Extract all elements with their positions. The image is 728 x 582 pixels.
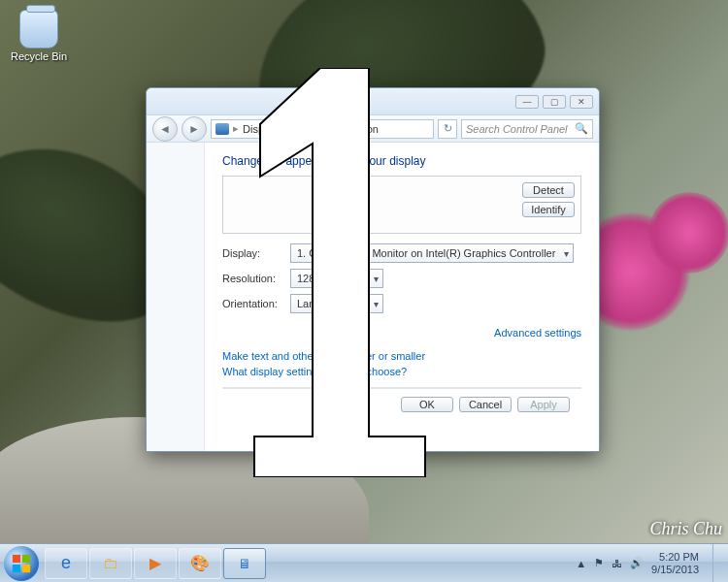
taskbar-ie[interactable]: e [45,548,87,579]
resolution-dropdown[interactable]: 1280 × 1024 [290,269,383,288]
dialog-buttons: OK Cancel Apply [222,388,581,420]
breadcrumb-display[interactable]: Display [243,123,278,135]
display-icon: 🖥 [238,556,251,571]
breadcrumb-screen-resolution[interactable]: Screen Resolution [291,123,379,135]
action-center-icon[interactable]: ⚑ [594,557,604,569]
taskbar-paint[interactable]: 🎨 [179,548,221,579]
minimize-button[interactable]: — [515,95,539,109]
show-desktop-button[interactable] [712,544,722,583]
wallpaper-flower [648,192,728,274]
taskbar-explorer[interactable]: 🗀 [89,548,132,579]
refresh-button[interactable]: ↻ [438,119,457,139]
folder-icon: 🗀 [103,555,118,572]
display-help-link[interactable]: What display settings should I choose? [222,366,581,377]
clock-date: 9/15/2013 [651,564,699,575]
screen-resolution-window: — ▢ ✕ ◄ ► ▸ Display ▸ Screen Resolution … [146,87,600,452]
left-sidebar [147,143,205,451]
nav-row: ◄ ► ▸ Display ▸ Screen Resolution ↻ Sear… [147,115,599,143]
content-pane: Change the appearance of your display De… [205,143,599,451]
volume-icon[interactable]: 🔊 [630,557,644,569]
control-panel-icon [215,123,229,135]
address-bar[interactable]: ▸ Display ▸ Screen Resolution [211,119,434,139]
window-client: Change the appearance of your display De… [147,143,599,451]
recycle-bin-label: Recycle Bin [10,50,68,62]
taskbar-media-player[interactable]: ▶ [134,548,177,579]
recycle-bin-icon [19,10,58,48]
orientation-dropdown[interactable]: Landscape [290,294,383,313]
svg-rect-0 [13,554,20,562]
display-dropdown[interactable]: 1. Generic PnP Monitor on Intel(R) Graph… [290,243,574,263]
maximize-button[interactable]: ▢ [543,95,566,109]
wallpaper-watermark: Chris Chu [649,519,722,539]
clock[interactable]: 5:20 PM 9/15/2013 [651,551,699,574]
detect-button[interactable]: Detect [522,182,575,198]
search-input[interactable]: Search Control Panel 🔍 [461,119,593,139]
page-heading: Change the appearance of your display [222,154,581,168]
taskbar: e 🗀 ▶ 🎨 🖥 ▲ ⚑ 🖧 🔊 5:20 PM 9/15/2013 [0,543,728,582]
start-button[interactable] [4,546,39,581]
orientation-label: Orientation: [222,298,290,309]
svg-rect-3 [22,564,30,571]
svg-rect-1 [22,554,30,562]
clock-time: 5:20 PM [651,551,699,563]
recycle-bin[interactable]: Recycle Bin [10,10,68,62]
windows-logo-icon [11,553,32,574]
chevron-right-icon: ▸ [281,122,287,135]
identify-button[interactable]: Identify [522,202,575,217]
show-hidden-icons[interactable]: ▲ [576,558,586,569]
apply-button[interactable]: Apply [517,397,570,412]
search-placeholder: Search Control Panel [466,123,568,135]
monitor-preview[interactable]: Detect Identify [222,176,581,234]
taskbar-control-panel[interactable]: 🖥 [223,548,266,579]
titlebar[interactable]: — ▢ ✕ [147,88,599,115]
advanced-settings-link[interactable]: Advanced settings [494,327,581,339]
cancel-button[interactable]: Cancel [459,397,512,412]
text-size-link[interactable]: Make text and other items larger or smal… [222,350,581,362]
pinned-apps: e 🗀 ▶ 🎨 🖥 [45,548,266,579]
network-icon[interactable]: 🖧 [612,558,622,569]
media-player-icon: ▶ [149,554,161,572]
svg-rect-2 [13,564,20,571]
ie-icon: e [61,553,71,573]
display-label: Display: [222,247,290,259]
ok-button[interactable]: OK [401,397,453,412]
chevron-right-icon: ▸ [233,122,239,135]
paint-icon: 🎨 [190,554,210,572]
system-tray: ▲ ⚑ 🖧 🔊 5:20 PM 9/15/2013 [576,544,724,583]
close-button[interactable]: ✕ [570,95,593,109]
resolution-label: Resolution: [222,273,290,284]
back-button[interactable]: ◄ [152,116,178,142]
forward-button[interactable]: ► [182,116,207,142]
search-icon: 🔍 [575,122,588,135]
